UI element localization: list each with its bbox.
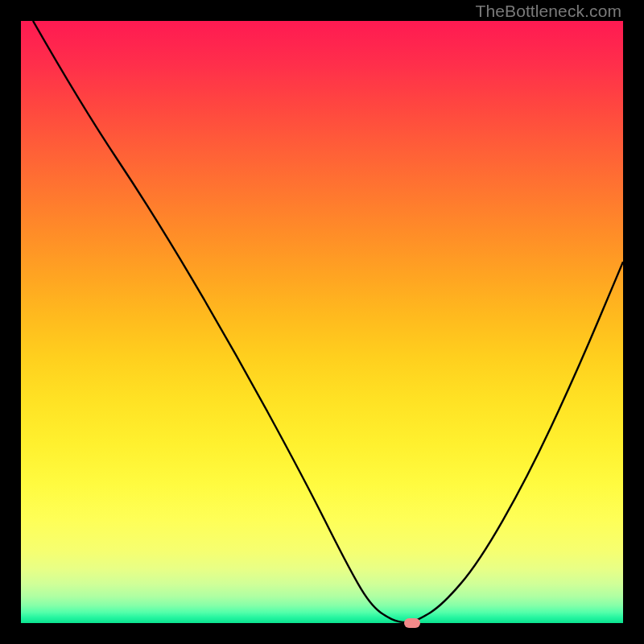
chart-frame: TheBottleneck.com xyxy=(0,0,644,644)
optimal-marker xyxy=(404,618,420,628)
bottleneck-curve-path xyxy=(33,21,623,622)
plot-area xyxy=(21,21,623,623)
watermark-text: TheBottleneck.com xyxy=(476,2,621,21)
curve-svg xyxy=(21,21,623,623)
